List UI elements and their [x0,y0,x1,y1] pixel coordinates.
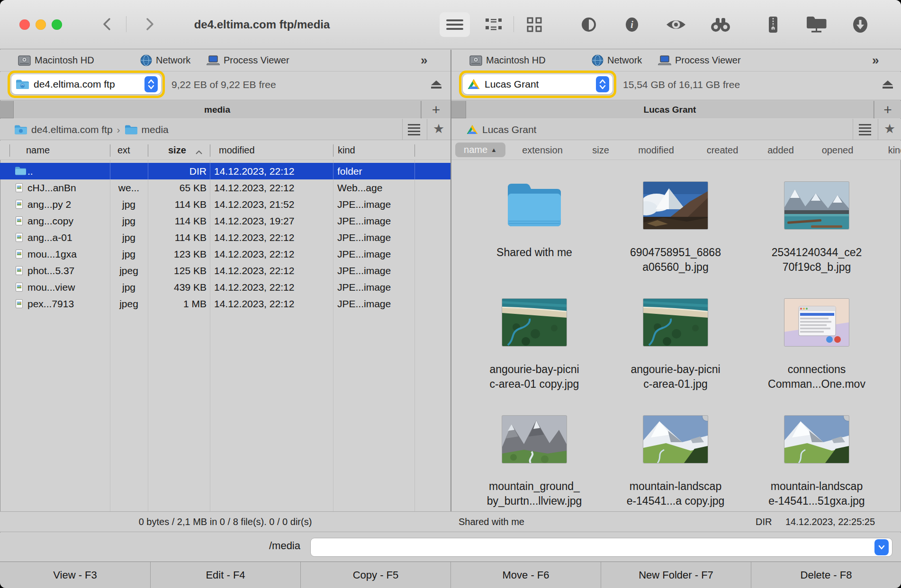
table-row[interactable]: phot...5.37 jpeg 125 KB 14.12.2023, 22:1… [0,262,450,279]
table-row[interactable]: ang...a-01 jpg 114 KB 14.12.2023, 22:12 … [0,229,450,246]
drive-selector-right[interactable]: Lucas Grant [463,74,613,94]
favorites-star-right[interactable]: ★ [884,121,895,136]
grid-item-image[interactable]: angourie-bay-picni c-area-01 copy.jpg [464,284,605,401]
hard-drive-icon [469,55,482,66]
copy-f5-button[interactable]: Copy - F5 [301,562,450,588]
view-f3-button[interactable]: View - F3 [0,562,150,588]
item-label: e-14541...a copy.jpg [605,495,746,508]
favorites-more-left[interactable]: » [421,50,427,71]
grid-item-image[interactable]: 6904758951_6868 a06560_b.jpg [605,167,746,284]
pane-divider[interactable] [450,50,451,532]
divider [853,119,853,140]
favorite-label: Network [607,55,642,66]
minimize-button[interactable] [36,19,46,30]
cell-modified: 14.12.2023, 22:12 [214,182,294,194]
col-header-size[interactable]: size [168,145,186,156]
hidden-files-toggle-icon[interactable] [577,12,600,37]
add-tab-button-left[interactable]: + [422,101,450,118]
table-row[interactable]: mou...view jpg 439 KB 14.12.2023, 22:12 … [0,279,450,295]
col-header-kind-right[interactable]: kind [888,145,901,156]
col-header-added[interactable]: added [767,145,794,156]
col-header-extension[interactable]: extension [522,145,563,156]
eject-icon-right[interactable] [883,80,893,91]
breadcrumb-left[interactable]: de4.eltima.com ftp › media [14,119,169,140]
cell-modified: 14.12.2023, 22:12 [214,249,294,260]
cell-kind: Web...age [337,182,382,194]
zoom-button[interactable] [52,19,62,30]
pane-menu-right[interactable] [859,124,871,135]
new-folder-f7-button[interactable]: New Folder - F7 [601,562,751,588]
breadcrumb-root: de4.eltima.com ftp [31,124,113,135]
status-bar: 0 bytes / 2,1 MB in 0 / 8 file(s). 0 / 0… [0,511,901,532]
move-f6-button[interactable]: Move - F6 [451,562,601,588]
network-connect-icon[interactable] [805,12,828,37]
file-icon [16,283,23,292]
table-row[interactable]: mou...1gxa jpg 123 KB 14.12.2023, 22:12 … [0,246,450,262]
table-row[interactable]: ang...copy jpg 114 KB 14.12.2023, 19:27 … [0,213,450,229]
grid-item-video[interactable]: connections Comman...One.mov [746,284,887,401]
favorites-star-left[interactable]: ★ [433,121,444,136]
favorite-macintosh-hd-left[interactable]: Macintosh HD [18,50,94,71]
forward-icon[interactable] [142,17,156,31]
favorite-macintosh-hd-right[interactable]: Macintosh HD [469,50,546,71]
favorite-process-viewer-left[interactable]: Process Viewer [207,50,289,71]
cell-modified: 14.12.2023, 19:27 [214,215,294,227]
view-full-icon[interactable] [444,12,465,37]
edit-f4-button[interactable]: Edit - F4 [151,562,300,588]
cell-size: 125 KB [143,265,207,276]
favorite-network-right[interactable]: Network [592,50,642,71]
grid-item-image[interactable]: angourie-bay-picni c-area-01.jpg [605,284,746,401]
col-header-created[interactable]: created [707,145,739,156]
back-icon[interactable] [100,17,115,31]
delete-f8-button[interactable]: Delete - F8 [751,562,901,588]
col-header-modified[interactable]: modified [219,145,255,156]
tab-media[interactable]: media [13,101,421,118]
item-label: 70f19c8_b.jpg [746,261,887,274]
drive-selector-left[interactable]: de4.eltima.com ftp [11,74,161,94]
drive-select-button-right[interactable] [596,76,609,92]
view-brief-icon[interactable] [484,12,505,37]
grid-item-shared-with-me[interactable]: Shared with me [464,167,605,284]
table-row[interactable]: cHJ...anBn we... 65 KB 14.12.2023, 22:12… [0,179,450,196]
cell-modified: 14.12.2023, 22:12 [214,265,294,276]
command-input[interactable] [310,538,892,557]
grid-item-image[interactable]: 25341240344_ce2 70f19c8_b.jpg [746,167,887,284]
table-row[interactable]: ang...py 2 jpg 114 KB 14.12.2023, 21:52 … [0,196,450,213]
nav-divider [126,16,126,32]
command-history-button[interactable] [874,539,889,555]
col-header-name-right[interactable]: name▲ [455,143,505,157]
add-tab-button-right[interactable]: + [874,101,901,118]
col-header-modified-right[interactable]: modified [638,145,674,156]
grid-item-image[interactable]: mountain-landscap e-14541...51gxa.jpg [746,401,887,517]
cell-kind: JPE...image [337,282,391,293]
tab-lucas-grant[interactable]: Lucas Grant [466,101,874,118]
ftp-folder-icon [16,79,29,89]
grid-item-image[interactable]: mountain_ground_ by_burtn...llview.jpg [464,401,605,517]
drive-select-button-left[interactable] [144,76,158,92]
col-header-ext[interactable]: ext [117,145,130,156]
search-binoculars-icon[interactable] [710,12,731,37]
breadcrumb-right[interactable]: Lucas Grant [467,119,536,140]
col-header-kind[interactable]: kind [338,145,355,156]
favorite-network-left[interactable]: Network [140,50,190,71]
col-header-opened[interactable]: opened [822,145,854,156]
favorites-more-right[interactable]: » [872,50,879,71]
laptop-icon [207,55,220,66]
grid-item-image[interactable]: mountain-landscap e-14541...a copy.jpg [605,401,746,517]
item-label: mountain-landscap [605,480,746,493]
col-header-size-right[interactable]: size [592,145,609,156]
table-row[interactable]: pex...7913 jpeg 1 MB 14.12.2023, 22:12 J… [0,295,450,312]
favorite-process-viewer-right[interactable]: Process Viewer [658,50,741,71]
view-thumbs-icon[interactable] [524,12,545,37]
info-icon[interactable]: i [622,12,642,37]
plus-icon: + [883,102,892,118]
preview-eye-icon[interactable] [666,12,686,37]
archive-zip-icon[interactable] [764,12,783,37]
download-icon[interactable] [850,12,871,37]
breadcrumb-root: Lucas Grant [482,124,536,135]
close-button[interactable] [19,19,30,30]
col-header-name[interactable]: name [26,145,50,156]
pane-menu-left[interactable] [408,124,420,135]
eject-icon-left[interactable] [431,80,441,91]
table-row-parent-dir[interactable]: .. DIR 14.12.2023, 22:12 folder [0,163,450,179]
